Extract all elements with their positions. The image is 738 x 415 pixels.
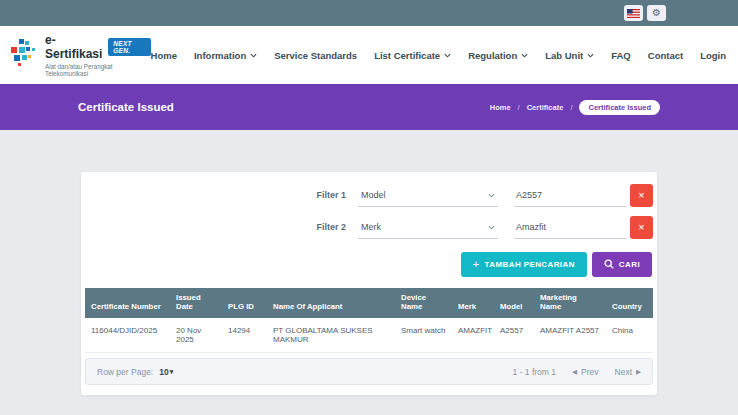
nav-contact[interactable]: Contact — [648, 50, 683, 61]
col-merk: Merk — [452, 288, 494, 318]
next-page-button[interactable]: Next ▶ — [615, 367, 641, 377]
breadcrumb-certificate[interactable]: Certificate — [527, 103, 564, 112]
cell-country: China — [606, 318, 653, 353]
nav-service-standards[interactable]: Service Standards — [274, 50, 357, 61]
chevron-down-icon — [488, 193, 495, 198]
chevron-down-icon — [444, 53, 451, 58]
brand-text: e-Sertifikasi NEXT GEN. Alat dan/atau Pe… — [45, 33, 151, 77]
nav-login[interactable]: Login — [700, 50, 726, 61]
gear-icon: ⚙ — [652, 8, 661, 18]
cell-plg-id: 14294 — [222, 318, 267, 353]
prev-page-button[interactable]: ◀ Prev — [572, 367, 598, 377]
page: ⚙ e-Sertifik — [0, 0, 738, 415]
search-icon — [604, 259, 614, 271]
caret-down-icon: ▾ — [170, 368, 174, 376]
filter-row-1: Filter 1 Model × — [85, 184, 653, 207]
filter-2-remove-button[interactable]: × — [630, 216, 653, 239]
page-banner: Certificate Issued Home / Certificate / … — [0, 84, 738, 130]
top-utility-bar: ⚙ — [0, 0, 738, 26]
content-area: Filter 1 Model × Filter 2 Merk × — [0, 172, 738, 395]
breadcrumb-home[interactable]: Home — [490, 103, 511, 112]
rows-per-page-select[interactable]: 10 ▾ — [159, 367, 173, 377]
nav-home[interactable]: Home — [151, 50, 177, 61]
page-title: Certificate Issued — [78, 101, 174, 113]
cell-device-name: Smart watch — [395, 318, 452, 353]
rows-per-page-label: Row per Page: — [97, 367, 153, 377]
brand-logo-icon — [10, 39, 38, 71]
plus-icon: + — [473, 259, 480, 270]
us-flag-icon — [627, 6, 640, 21]
col-device-name: Device Name — [395, 288, 452, 318]
nav-list-certificate[interactable]: List Certificate — [374, 50, 451, 61]
nav-information[interactable]: Information — [194, 50, 257, 61]
cell-applicant: PT GLOBALTAMA SUKSES MAKMUR — [267, 318, 395, 353]
nav-regulation[interactable]: Regulation — [468, 50, 528, 61]
chevron-down-icon — [587, 53, 594, 58]
col-model: Model — [494, 288, 534, 318]
col-country: Country — [606, 288, 653, 318]
pagination-bar: Row per Page: 10 ▾ 1 - 1 from 1 ◀ Prev N… — [85, 358, 653, 385]
col-plg-id: PLG ID — [222, 288, 267, 318]
filter-1-field-select[interactable]: Model — [358, 187, 498, 207]
close-icon: × — [638, 189, 644, 201]
breadcrumb-separator: / — [518, 103, 520, 112]
breadcrumb-current: Certificate Issued — [579, 100, 660, 115]
prev-arrow-icon: ◀ — [572, 368, 577, 376]
close-icon: × — [638, 221, 644, 233]
nav-faq[interactable]: FAQ — [611, 50, 631, 61]
filter-1-value-input[interactable] — [514, 187, 626, 207]
filter-1-remove-button[interactable]: × — [630, 184, 653, 207]
col-certificate-number: Certificate Number — [85, 288, 170, 318]
main-nav: Home Information Service Standards List … — [151, 50, 726, 61]
filter-row-2: Filter 2 Merk × — [85, 216, 653, 239]
nav-lab-unit[interactable]: Lab Unit — [545, 50, 594, 61]
pagination-range: 1 - 1 from 1 — [513, 367, 556, 377]
search-button[interactable]: CARI — [592, 252, 652, 277]
certificate-card: Filter 1 Model × Filter 2 Merk × — [81, 172, 657, 395]
filter-2-label: Filter 2 — [316, 222, 346, 232]
cell-certificate-number: 116044/DJID/2025 — [85, 318, 170, 353]
table-header: Certificate Number Issued Date PLG ID Na… — [85, 288, 653, 318]
navbar: e-Sertifikasi NEXT GEN. Alat dan/atau Pe… — [0, 26, 738, 84]
col-applicant: Name Of Applicant — [267, 288, 395, 318]
cell-model: A2557 — [494, 318, 534, 353]
table-row: 116044/DJID/2025 20 Nov 2025 14294 PT GL… — [85, 318, 653, 353]
settings-button[interactable]: ⚙ — [647, 5, 666, 21]
filter-2-value-input[interactable] — [514, 219, 626, 239]
cell-marketing-name: AMAZFIT A2557 — [534, 318, 606, 353]
brand[interactable]: e-Sertifikasi NEXT GEN. Alat dan/atau Pe… — [10, 33, 151, 77]
filter-2-field-select[interactable]: Merk — [358, 219, 498, 239]
brand-tagline: Alat dan/atau Perangkat Telekomunikasi — [45, 63, 151, 77]
breadcrumb-separator: / — [570, 103, 572, 112]
col-issued-date: Issued Date — [170, 288, 222, 318]
col-marketing-name: Marketing Name — [534, 288, 606, 318]
brand-name: e-Sertifikasi — [45, 33, 103, 61]
chevron-down-icon — [521, 53, 528, 58]
language-flag-button[interactable] — [624, 5, 643, 21]
add-search-button[interactable]: + TAMBAH PENCARIAN — [461, 252, 587, 277]
breadcrumb: Home / Certificate / Certificate Issued — [490, 100, 660, 115]
certificates-table: Certificate Number Issued Date PLG ID Na… — [85, 288, 653, 353]
filter-actions: + TAMBAH PENCARIAN CARI — [85, 252, 652, 277]
filter-1-label: Filter 1 — [316, 190, 346, 200]
cell-issued-date: 20 Nov 2025 — [170, 318, 222, 353]
chevron-down-icon — [488, 225, 495, 230]
next-arrow-icon: ▶ — [636, 368, 641, 376]
brand-badge: NEXT GEN. — [108, 38, 150, 56]
chevron-down-icon — [250, 53, 257, 58]
cell-merk: AMAZFIT — [452, 318, 494, 353]
